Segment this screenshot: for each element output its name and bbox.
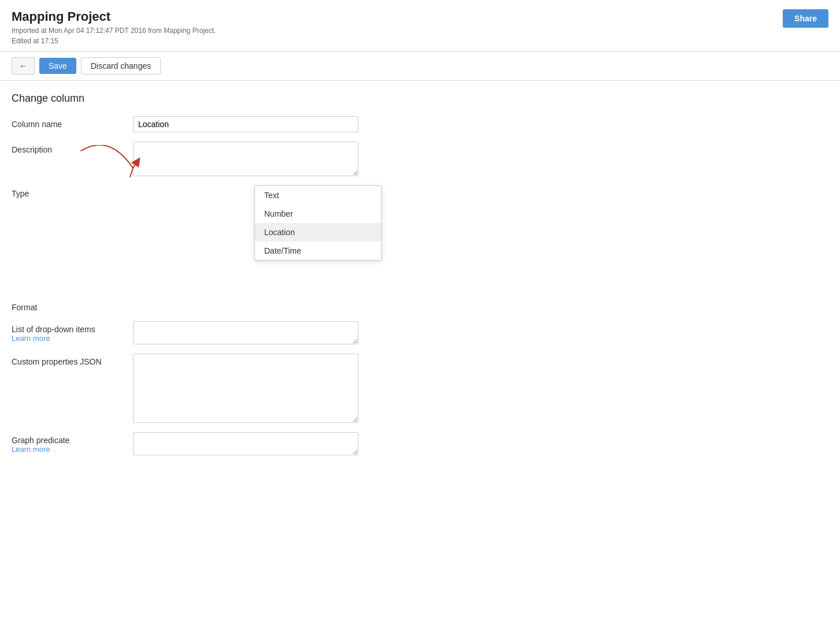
graph-pred-input[interactable] [133,432,358,455]
toolbar: ← Save Discard changes [0,51,840,81]
page-title: Mapping Project [12,9,216,24]
type-row: Type Text Number Locat [12,185,393,198]
list-label-wrapper: List of drop-down items Learn more [12,321,133,343]
section-title: Change column [12,92,393,105]
header-left: Mapping Project Imported at Mon Apr 04 1… [12,9,216,45]
list-input[interactable] [133,321,358,344]
type-label: Type [12,185,133,198]
description-input[interactable] [133,142,358,176]
graph-predicate-row: Graph predicate Learn more [12,432,393,455]
graph-pred-label: Graph predicate [12,436,133,445]
format-row: Format [12,299,393,312]
back-button[interactable]: ← [12,57,35,75]
type-option-number[interactable]: Number [255,205,381,223]
list-row: List of drop-down items Learn more [12,321,393,344]
share-button[interactable]: Share [783,9,828,28]
discard-changes-button[interactable]: Discard changes [81,57,161,75]
type-dropdown[interactable]: Text Number Location Date/Time [254,185,382,261]
graph-pred-label-wrapper: Graph predicate Learn more [12,432,133,454]
column-name-label: Column name [12,116,133,129]
column-name-row: Column name [12,116,393,132]
type-option-location[interactable]: Location [255,223,381,242]
content-area: Change column Column name Description Ty… [0,81,405,476]
graph-pred-learn-more-link[interactable]: Learn more [12,445,133,454]
save-button[interactable]: Save [39,58,76,74]
subtitle-2: Edited at 17:15 [12,37,216,45]
custom-props-label: Custom properties JSON [12,354,133,366]
custom-props-input[interactable] [133,354,358,423]
type-option-datetime[interactable]: Date/Time [255,242,381,260]
list-learn-more-link[interactable]: Learn more [12,334,133,343]
format-label: Format [12,299,133,312]
column-name-input[interactable] [133,116,358,132]
header: Mapping Project Imported at Mon Apr 04 1… [0,0,840,51]
type-option-text[interactable]: Text [255,186,381,205]
header-right: Share [783,9,828,28]
description-row: Description [12,142,393,176]
subtitle-1: Imported at Mon Apr 04 17:12:47 PDT 2016… [12,27,216,35]
list-label: List of drop-down items [12,325,133,334]
description-label: Description [12,142,133,154]
custom-props-row: Custom properties JSON [12,354,393,423]
